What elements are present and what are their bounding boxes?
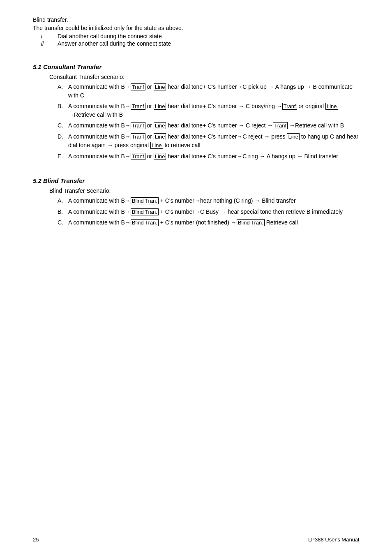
intro-line1: Blind transfer.	[33, 16, 359, 23]
line-key-6: Line	[287, 133, 300, 140]
scenario-marker-51-c: C.	[58, 121, 65, 130]
scenario-content-52-a: A communicate with B→Blind Tran. + C's n…	[68, 197, 359, 205]
scenario-51-e: E. A communicate with B→Tranf or Line he…	[33, 152, 359, 161]
scenario-52-label: Blind Transfer Scenario:	[33, 187, 359, 194]
scenario-content-51-c: A communicate with B→Tranf or Line hear …	[68, 121, 359, 130]
scenario-52-b: B. A communicate with B→Blind Tran. + C'…	[33, 208, 359, 216]
scenario-marker-51-a: A.	[58, 83, 65, 99]
scenario-marker-51-e: E.	[58, 152, 65, 161]
scenario-content-52-c: A communicate with B→Blind Tran. + C's n…	[68, 218, 359, 227]
tranf-key-3: Tranf	[282, 103, 297, 110]
scenario-content-51-b: A communicate with B→Tranf or Line hear …	[68, 102, 359, 119]
blind-tran-key-1: Blind Tran.	[131, 197, 159, 204]
blind-tran-key-4: Blind Tran.	[237, 219, 265, 226]
tranf-key-7: Tranf	[131, 153, 145, 160]
scenario-marker-51-b: B.	[58, 102, 65, 119]
scenario-51-a: A. A communicate with B→Tranf or Line he…	[33, 83, 359, 99]
line-key-3: Line	[325, 103, 338, 110]
scenario-marker-52-b: B.	[58, 208, 65, 216]
line-key-5: Line	[154, 133, 166, 140]
tranf-key-1: Tranf	[131, 83, 145, 90]
scenario-marker-52-a: A.	[58, 197, 65, 205]
manual-title: LP388 User's Manual	[308, 536, 359, 543]
scenario-content-51-d: A communicate with B→Tranf or Line hear …	[68, 132, 359, 150]
scenario-52-a: A. A communicate with B→Blind Tran. + C'…	[33, 197, 359, 205]
list-marker-ii: ii	[41, 40, 49, 47]
scenario-51-d: D. A communicate with B→Tranf or Line he…	[33, 132, 359, 150]
section-52: 5.2 Blind Transfer Blind Transfer Scenar…	[33, 177, 359, 227]
line-key-2: Line	[154, 103, 166, 110]
tranf-key-6: Tranf	[131, 133, 145, 140]
line-key-1: Line	[154, 83, 166, 90]
scenario-52-c: C. A communicate with B→Blind Tran. + C'…	[33, 218, 359, 227]
line-key-7: Line	[150, 142, 163, 149]
tranf-key-2: Tranf	[131, 103, 145, 110]
footer: 25 LP388 User's Manual	[0, 536, 392, 543]
list-text-i: Dial another call during the connect sta…	[58, 33, 162, 39]
line-key-4: Line	[154, 122, 166, 129]
list-item-i: i Dial another call during the connect s…	[33, 33, 359, 39]
intro-line2: The transfer could be initialized only f…	[33, 25, 359, 31]
blind-tran-key-3: Blind Tran.	[131, 219, 159, 226]
section-51-heading: 5.1 Consultant Transfer	[33, 63, 359, 70]
tranf-key-5: Tranf	[273, 122, 288, 129]
scenario-content-52-b: A communicate with B→Blind Tran. + C's n…	[68, 208, 359, 216]
scenario-content-51-a: A communicate with B→Tranf or Line hear …	[68, 83, 359, 99]
scenario-51-label: Consultant Transfer scenario:	[33, 74, 359, 80]
list-text-ii: Answer another call during the connect s…	[58, 40, 171, 47]
page-content: Blind transfer. The transfer could be in…	[0, 0, 392, 262]
line-key-8: Line	[154, 153, 166, 160]
tranf-key-4: Tranf	[131, 122, 145, 129]
page-number: 25	[33, 536, 39, 543]
scenario-content-51-e: A communicate with B→Tranf or Line hear …	[68, 152, 359, 161]
scenario-51-c: C. A communicate with B→Tranf or Line he…	[33, 121, 359, 130]
list-item-ii: ii Answer another call during the connec…	[33, 40, 359, 47]
blind-tran-key-2: Blind Tran.	[131, 208, 159, 215]
scenario-marker-51-d: D.	[58, 132, 65, 150]
section-51: 5.1 Consultant Transfer Consultant Trans…	[33, 63, 359, 161]
scenario-marker-52-c: C.	[58, 218, 65, 227]
scenario-51-b: B. A communicate with B→Tranf or Line he…	[33, 102, 359, 119]
section-52-heading: 5.2 Blind Transfer	[33, 177, 359, 184]
list-marker-i: i	[41, 33, 49, 39]
